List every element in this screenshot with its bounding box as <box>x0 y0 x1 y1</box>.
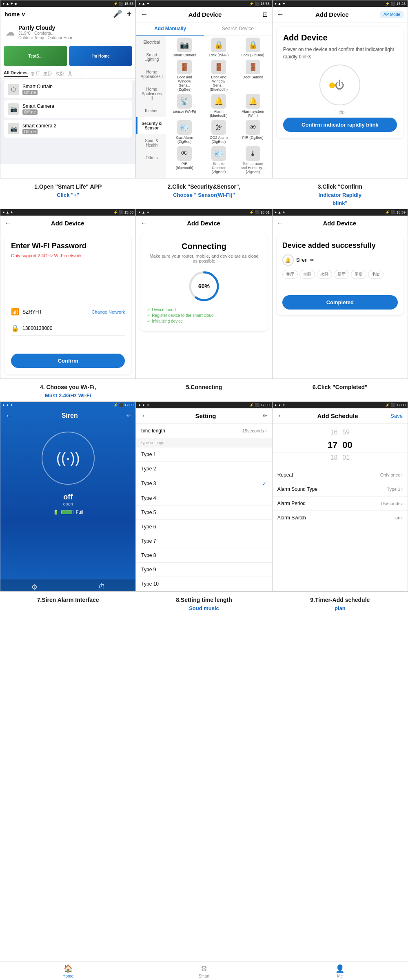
type-1[interactable]: Type 1 <box>136 448 271 462</box>
more-tabs[interactable]: … <box>80 71 84 76</box>
siren-device-row: 🔔 Siren ✏ <box>282 254 398 266</box>
caption-7-main: 7.Siren Alarm Interface <box>3 596 133 604</box>
completed-button[interactable]: Completed <box>282 295 398 310</box>
siren-edit-btn[interactable]: ✏ <box>126 413 131 419</box>
dev-alarm-bt[interactable]: 🔔 Alarm (bluetooth) <box>206 94 231 118</box>
alarm-switch-row[interactable]: Alarm Switch on › <box>273 511 408 525</box>
dev-pir-zigbee[interactable]: 👁 PIR (ZigBee) <box>241 120 265 144</box>
siren-nav-timer[interactable]: ⏱ Timer <box>68 583 136 592</box>
mic-icon[interactable]: 🎤 <box>113 9 122 19</box>
back-button-6[interactable]: ← <box>277 219 284 227</box>
status-bar-7: ● ▲ ✦ ⚡ ⬛ 17:00 <box>0 402 135 408</box>
alarm-period-row[interactable]: Alarm Period 0seconds › <box>273 497 408 511</box>
cat-kitchen[interactable]: Kitchen <box>136 105 166 117</box>
confirm-blink-button[interactable]: Confirm indicator rapidly blink <box>283 118 397 132</box>
camera-icon: 📷 <box>8 103 19 115</box>
type-4[interactable]: Type 4 <box>136 491 271 506</box>
siren-nav-setting[interactable]: ⚙ Setting <box>0 583 68 592</box>
setting-edit-icon[interactable]: ✏ <box>263 413 267 419</box>
wifi-confirm-button[interactable]: Confirm <box>11 354 125 368</box>
tab-second-bed[interactable]: 次卧 <box>55 71 64 77</box>
device-camera2-status: Offline <box>22 129 38 134</box>
type-2[interactable]: Type 2 <box>136 462 271 476</box>
room-tag-2[interactable]: 主卧 <box>299 270 315 279</box>
tab-child[interactable]: 儿… <box>68 71 77 77</box>
wifi-password-field[interactable]: 🔒 13800138000 <box>11 321 125 336</box>
siren-edit-icon[interactable]: ✏ <box>310 257 314 263</box>
dev-temp-hum[interactable]: 🌡 Temperature and Humidity...(ZigBee) <box>241 146 265 174</box>
connecting-steps: ✓ Device found ✓ Register device to the … <box>147 307 261 323</box>
dev-smart-camera[interactable]: 📷 Smart Camera <box>172 38 197 57</box>
type-7[interactable]: Type 7 <box>136 534 271 548</box>
dev-door-sensor[interactable]: 🚪 Door Sensor <box>241 60 265 91</box>
cat-home-app2[interactable]: Home Appliances II <box>136 83 166 105</box>
screen-1-home: ● ▲ ✦ ▶ ⚡ ⬛ 15:58 home ∨ 🎤 + ☁ Partly Cl… <box>0 0 136 178</box>
time-row-2[interactable]: 17 00 <box>273 438 408 452</box>
alarm-sound-row[interactable]: Alarm Sound Type Type 1 › <box>273 482 408 497</box>
cat-others[interactable]: Others <box>136 151 166 164</box>
type-8[interactable]: Type 8 <box>136 548 271 563</box>
cat-smart-lighting[interactable]: Smart Lighting <box>136 49 166 66</box>
repeat-row[interactable]: Repeat Only once › <box>273 468 408 482</box>
cat-sport[interactable]: Sport & Health <box>136 134 166 151</box>
dev-door-bt[interactable]: 🚪 Door And Window Sens...(Bluetooth) <box>206 60 231 91</box>
back-button-5[interactable]: ← <box>140 219 148 227</box>
tab-search-device[interactable]: Search Device <box>204 22 272 36</box>
type-10[interactable]: Type 10 <box>136 577 271 591</box>
device-tabs: All Devices 客厅 主卧 次卧 儿… … <box>0 69 135 79</box>
dev-lock-zigbee[interactable]: 🔒 Lock (ZigBee) <box>241 38 265 57</box>
device-smart-curtain[interactable]: ⬡ Smart Curtain Offline <box>4 80 132 98</box>
room-tag-5[interactable]: 厕所 <box>351 270 366 279</box>
ap-mode-button[interactable]: AP Mode <box>380 11 404 18</box>
dev-lock-wifi[interactable]: 🔒 Lock (Wi-Fi) <box>206 38 231 57</box>
room-tag-1[interactable]: 客厅 <box>282 270 298 279</box>
status-bar-3: ● ▲ ✦ ⚡ ⬛ 16:28 <box>273 0 408 7</box>
cat-security[interactable]: Security & Sensor <box>136 117 166 134</box>
dev-alarm-sys[interactable]: 🔔 Alarm system (Wi...) <box>241 94 265 118</box>
setting-back-btn[interactable]: ← <box>141 412 149 420</box>
caption-8: 8.Setting time length Soud music <box>136 592 272 614</box>
room-tag-4[interactable]: 厨厅 <box>334 270 349 279</box>
room-tag-3[interactable]: 次卧 <box>317 270 332 279</box>
curtain-icon: ⬡ <box>8 84 19 95</box>
tab-all-devices[interactable]: All Devices <box>4 70 28 77</box>
schedule-save-btn[interactable]: Save <box>390 413 403 419</box>
cat-electrical[interactable]: Electrical <box>136 36 166 49</box>
change-network-btn[interactable]: Change Network <box>91 310 125 314</box>
min-2: 00 <box>342 440 352 450</box>
room-tag-6[interactable]: 书架 <box>368 270 384 279</box>
device-camera-status: Offline <box>22 109 38 115</box>
home-dropdown[interactable]: home ∨ <box>4 11 25 18</box>
co2-alarm-icon: 🌫 <box>211 120 226 135</box>
scan-icon[interactable]: ⊡ <box>262 11 268 18</box>
dev-door-zigbee[interactable]: 🚪 Door and Window Sens...(ZigBee) <box>172 60 197 91</box>
tab-add-manually[interactable]: Add Manually <box>136 22 204 36</box>
dev-smoke[interactable]: 💨 Smoke Detector (ZigBee) <box>206 146 231 174</box>
test-banner[interactable]: TestS... <box>4 46 67 66</box>
type-6[interactable]: Type 6 <box>136 520 271 534</box>
dev-gas-alarm[interactable]: 💨 Gas Alarm (ZigBee) <box>172 120 197 144</box>
device-smart-camera2[interactable]: 📷 smart camera 2 Offline <box>4 120 132 138</box>
tab-living[interactable]: 客厅 <box>31 71 40 77</box>
caption-2-main: 2.Click "Security&Sensor", <box>139 183 268 191</box>
device-smart-camera[interactable]: 📷 Smart Camera Offline <box>4 100 132 118</box>
tab-main-bed[interactable]: 主卧 <box>43 71 52 77</box>
type-3[interactable]: Type 3 ✓ <box>136 476 271 491</box>
hour-1: 16 <box>330 429 338 436</box>
time-length-row[interactable]: time length 15seconds › <box>136 424 271 438</box>
home-banner[interactable]: I'm Home <box>69 46 133 66</box>
add-device-ap-card: Add Device Power on the device and confi… <box>277 27 404 138</box>
dev-sensor-wifi[interactable]: 📡 sensor (Wi-Fi) <box>172 94 197 118</box>
schedule-back-btn[interactable]: ← <box>277 412 285 420</box>
add-icon[interactable]: + <box>127 9 132 19</box>
type-9[interactable]: Type 9 <box>136 563 271 577</box>
dev-pir-bt[interactable]: 👁 PIR (bluetooth) <box>172 146 197 174</box>
dev-co2-alarm[interactable]: 🌫 CO2 Alarm (ZigBee) <box>206 120 231 144</box>
back-button-3[interactable]: ← <box>277 10 284 19</box>
back-button-4[interactable]: ← <box>4 219 12 227</box>
back-button[interactable]: ← <box>140 10 148 19</box>
cat-home-app1[interactable]: Home Appliances I <box>136 66 166 83</box>
type-5[interactable]: Type 5 <box>136 506 271 520</box>
caption-2: 2.Click "Security&Sensor", Choose " Sens… <box>136 178 272 209</box>
siren-back-btn[interactable]: ← <box>5 412 13 420</box>
